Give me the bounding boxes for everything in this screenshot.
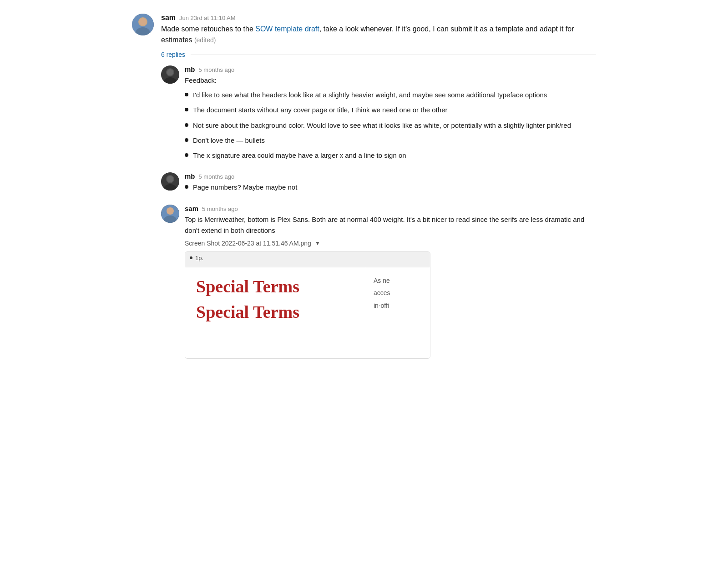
sow-link[interactable]: SOW template draft [255, 25, 319, 33]
preview-right-text-3: in-offi [374, 301, 423, 311]
bullet-text-4: Don't love the — bullets [193, 135, 265, 146]
mb-1-avatar [161, 65, 179, 84]
replies-divider: 6 replies [161, 51, 596, 58]
list-item: Don't love the — bullets [185, 135, 596, 146]
svg-point-3 [139, 18, 147, 25]
sam-1-content: sam 5 months ago Top is Merriweather, bo… [185, 205, 596, 359]
mb-2-content: mb 5 months ago Page numbers? Maybe mayb… [185, 172, 596, 197]
replies-count[interactable]: 6 replies [161, 51, 185, 58]
reply-mb-1: mb 5 months ago Feedback: I'd like to se… [161, 65, 596, 165]
mb-1-content: mb 5 months ago Feedback: I'd like to se… [185, 65, 596, 165]
small-bullet-icon [190, 256, 192, 259]
bullet-dot-icon [185, 108, 188, 111]
reply-sam-1: sam 5 months ago Top is Merriweather, bo… [161, 205, 596, 359]
bullet-dot-icon [185, 185, 188, 189]
reply-mb-2: mb 5 months ago Page numbers? Maybe mayb… [161, 172, 596, 197]
bullet-text-2: The document starts without any cover pa… [193, 105, 447, 115]
bullet-text-1: I'd like to see what the headers look li… [193, 90, 547, 100]
mb-2-username: mb [185, 172, 195, 180]
mb-2-bullet-list: Page numbers? Maybe maybe not [185, 182, 596, 192]
bullet-dot-icon [185, 138, 188, 142]
attachment-filename: Screen Shot 2022-06-23 at 11.51.46 AM.pn… [185, 240, 311, 247]
bullet-dot-icon [185, 153, 188, 157]
attachment-expand-icon[interactable]: ▼ [315, 240, 320, 246]
preview-right-text-2: acces [374, 289, 423, 298]
mb-1-text: Feedback: I'd like to see what the heade… [185, 75, 596, 161]
preview-bullet-indicator: 1p. [190, 255, 203, 261]
sam-main-avatar [132, 14, 154, 35]
special-terms-plex: Special Terms [196, 302, 355, 322]
top-message-header: sam Jun 23rd at 11:10 AM [161, 14, 596, 22]
divider-line [191, 55, 596, 55]
top-timestamp: Jun 23rd at 11:10 AM [179, 15, 236, 21]
feedback-label: Feedback: [185, 75, 596, 86]
svg-point-7 [167, 69, 173, 75]
top-username: sam [161, 14, 176, 22]
bullet-dot-icon [185, 93, 188, 96]
bullet-text-3: Not sure about the background color. Wou… [193, 120, 571, 130]
edited-label: (edited) [194, 36, 216, 44]
mb-2-header: mb 5 months ago [185, 172, 596, 180]
sam-1-timestamp: 5 months ago [202, 206, 238, 212]
list-item: Not sure about the background color. Wou… [185, 120, 596, 130]
top-message-content: sam Jun 23rd at 11:10 AM Made some retou… [161, 14, 596, 45]
mb-1-header: mb 5 months ago [185, 65, 596, 73]
image-preview: 1p. Special Terms Special Terms As ne ac… [185, 251, 430, 359]
page-container: sam Jun 23rd at 11:10 AM Made some retou… [114, 0, 614, 380]
sam-1-header: sam 5 months ago [185, 205, 596, 212]
mb-2-timestamp: 5 months ago [199, 173, 235, 180]
top-text-before: Made some retouches to the [161, 25, 255, 33]
top-message-text: Made some retouches to the SOW template … [161, 24, 596, 45]
sam-1-avatar [161, 205, 179, 223]
mb-1-bullet-list: I'd like to see what the headers look li… [185, 90, 596, 161]
svg-point-13 [167, 207, 174, 215]
preview-right-text-1: As ne [374, 276, 423, 286]
svg-point-11 [167, 176, 173, 182]
replies-section: 6 replies mb 5 months ago Feedback: [161, 51, 596, 359]
preview-left: Special Terms Special Terms [185, 267, 366, 358]
mb-1-username: mb [185, 65, 195, 73]
mb-2-bullet-text: Page numbers? Maybe maybe not [193, 182, 297, 192]
list-item: The document starts without any cover pa… [185, 105, 596, 115]
preview-top-bar: 1p. [185, 252, 430, 267]
sam-1-text: Top is Merriweather, bottom is Plex Sans… [185, 214, 596, 236]
preview-content: Special Terms Special Terms As ne acces … [185, 267, 430, 358]
list-item: The x signature area could maybe have a … [185, 150, 596, 161]
preview-right: As ne acces in-offi [366, 267, 430, 358]
mb-2-text: Page numbers? Maybe maybe not [185, 182, 596, 192]
sam-1-username: sam [185, 205, 198, 212]
bullet-dot-icon [185, 123, 188, 127]
mb-2-avatar [161, 172, 179, 191]
preview-top-text: 1p. [195, 255, 203, 261]
mb-1-timestamp: 5 months ago [199, 66, 235, 73]
list-item: Page numbers? Maybe maybe not [185, 182, 596, 192]
attachment-row: Screen Shot 2022-06-23 at 11.51.46 AM.pn… [185, 240, 596, 247]
special-terms-merriweather: Special Terms [196, 276, 355, 296]
bullet-text-5: The x signature area could maybe have a … [193, 150, 406, 161]
list-item: I'd like to see what the headers look li… [185, 90, 596, 100]
top-message: sam Jun 23rd at 11:10 AM Made some retou… [132, 14, 596, 45]
